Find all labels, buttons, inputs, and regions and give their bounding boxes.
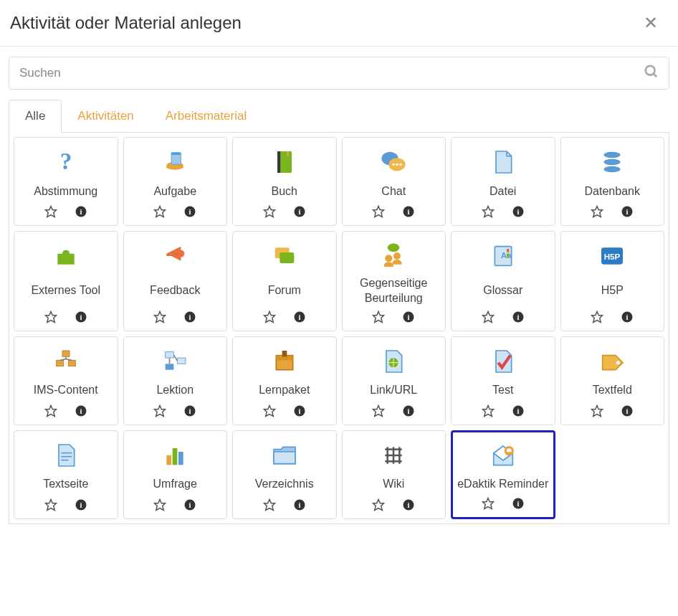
activity-card[interactable]: Verzeichnisi [232, 430, 337, 519]
modal-header: Aktivität oder Material anlegen ✕ [0, 0, 678, 47]
star-button[interactable] [263, 498, 276, 511]
info-button[interactable]: i [512, 311, 525, 323]
card-actions: i [44, 205, 87, 218]
info-button[interactable]: i [402, 205, 415, 218]
info-button[interactable]: i [183, 205, 196, 218]
activity-card[interactable]: Wikii [342, 430, 447, 519]
star-button[interactable] [263, 205, 276, 218]
activity-card[interactable]: Gegenseitige Beurteilungi [342, 231, 447, 331]
tab-arbeitsmaterial[interactable]: Arbeitsmaterial [150, 100, 262, 133]
book-icon [267, 145, 302, 179]
svg-marker-123 [482, 498, 493, 508]
activity-label: Forum [268, 283, 301, 298]
star-button[interactable] [44, 498, 57, 511]
activity-card[interactable]: Lernpaketi [232, 336, 337, 425]
info-button[interactable]: i [293, 404, 306, 417]
star-button[interactable] [153, 311, 166, 323]
star-button[interactable] [372, 498, 385, 511]
activity-card[interactable]: Chati [342, 137, 447, 226]
activity-card[interactable]: Testi [451, 336, 555, 425]
info-button[interactable]: i [512, 205, 525, 218]
star-button[interactable] [372, 404, 385, 417]
activity-card[interactable]: Textseitei [14, 430, 118, 519]
star-button[interactable] [44, 205, 57, 218]
info-button[interactable]: i [293, 311, 306, 323]
activity-card[interactable]: Link/URLi [342, 336, 447, 425]
star-button[interactable] [263, 311, 276, 323]
svg-marker-61 [592, 311, 603, 322]
search-input[interactable] [9, 57, 669, 90]
svg-rect-73 [166, 351, 174, 357]
info-button[interactable]: i [512, 497, 525, 510]
activity-card[interactable]: Datenbanki [560, 137, 665, 226]
svg-text:i: i [189, 313, 191, 321]
activity-card[interactable]: Externes Tooli [14, 231, 118, 331]
star-button[interactable] [591, 404, 603, 417]
info-button[interactable]: i [183, 404, 196, 417]
star-button[interactable] [44, 404, 57, 417]
activity-card[interactable]: IMS-Contenti [14, 336, 118, 425]
info-button[interactable]: i [75, 311, 87, 323]
activity-card[interactable]: eDaktik Reminderi [451, 430, 555, 519]
info-button[interactable]: i [183, 498, 196, 511]
activity-card[interactable]: Feedbacki [123, 231, 228, 331]
star-button[interactable] [482, 404, 495, 417]
svg-point-20 [396, 164, 398, 166]
info-button[interactable]: i [75, 404, 87, 417]
star-button[interactable] [482, 205, 495, 218]
info-button[interactable]: i [621, 404, 634, 417]
ims-icon [49, 344, 83, 379]
activity-card[interactable]: Textfeldi [560, 336, 665, 425]
info-button[interactable]: i [402, 498, 415, 511]
file-icon [486, 145, 520, 179]
star-button[interactable] [153, 404, 166, 417]
activity-card[interactable]: ?Abstimmungi [14, 137, 118, 226]
svg-rect-64 [62, 351, 70, 356]
svg-rect-75 [178, 358, 186, 364]
star-button[interactable] [263, 404, 276, 417]
star-button[interactable] [44, 311, 57, 323]
star-button[interactable] [482, 311, 495, 323]
activity-card[interactable]: Aufgabei [123, 137, 228, 226]
close-button[interactable]: ✕ [639, 13, 662, 33]
star-button[interactable] [153, 498, 166, 511]
card-actions: i [263, 404, 306, 417]
info-button[interactable]: i [621, 311, 634, 323]
svg-marker-78 [155, 405, 166, 416]
star-button[interactable] [372, 205, 385, 218]
info-button[interactable]: i [293, 498, 306, 511]
tab-alle[interactable]: Alle [9, 100, 62, 133]
info-button[interactable]: i [512, 404, 525, 417]
card-actions: i [372, 311, 415, 323]
info-button[interactable]: i [75, 498, 87, 511]
card-actions: i [482, 404, 525, 417]
activity-label: Test [492, 383, 513, 398]
info-button[interactable]: i [293, 205, 306, 218]
svg-point-30 [604, 166, 621, 172]
info-button[interactable]: i [183, 311, 196, 323]
activity-card[interactable]: Buchi [232, 137, 337, 226]
card-actions: i [372, 205, 415, 218]
svg-marker-95 [592, 405, 603, 416]
h5p-icon: H5P [595, 239, 629, 273]
activity-grid: ?AbstimmungiAufgabeiBuchiChatiDateiiDate… [14, 137, 664, 519]
star-button[interactable] [591, 311, 603, 323]
activity-card[interactable]: Lektioni [123, 336, 228, 425]
star-button[interactable] [482, 497, 495, 510]
star-button[interactable] [372, 311, 385, 323]
activity-card[interactable]: Forumi [232, 231, 337, 331]
tab-aktivitäten[interactable]: Aktivitäten [62, 100, 149, 133]
activity-card[interactable]: H5PH5Pi [560, 231, 665, 331]
info-button[interactable]: i [75, 205, 87, 218]
activity-card[interactable]: Umfragei [123, 430, 228, 519]
info-button[interactable]: i [621, 205, 634, 218]
activity-card[interactable]: Dateii [451, 137, 555, 226]
info-button[interactable]: i [402, 311, 415, 323]
modal-title: Aktivität oder Material anlegen [10, 13, 242, 33]
activity-card[interactable]: AaGlossari [451, 231, 555, 331]
svg-marker-14 [264, 206, 274, 217]
star-button[interactable] [153, 205, 166, 218]
info-button[interactable]: i [402, 404, 415, 417]
reminder-icon [486, 440, 520, 474]
star-button[interactable] [591, 205, 603, 218]
